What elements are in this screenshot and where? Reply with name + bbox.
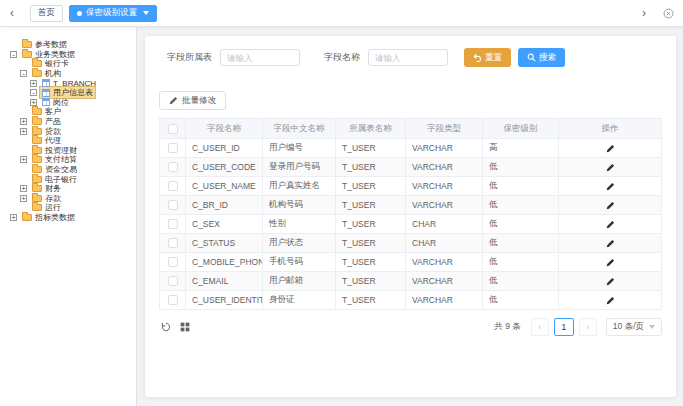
open-tabs: 首页 保密级别设置 (24, 5, 632, 22)
field-name-input[interactable] (368, 49, 448, 66)
expand-icon[interactable]: + (20, 195, 27, 202)
cell-field-cn-name: 用户状态 (263, 234, 336, 253)
folder-icon (32, 147, 42, 154)
edit-row-button[interactable] (606, 220, 615, 229)
table-icon (42, 89, 50, 97)
pencil-icon (169, 96, 178, 105)
edit-row-button[interactable] (606, 277, 615, 286)
tree-node-deposit[interactable]: +存款 (0, 194, 136, 204)
refresh-icon[interactable] (161, 322, 171, 332)
table-row: C_BR_ID机构号码T_USERVARCHAR低 (160, 196, 662, 215)
search-button[interactable]: 搜索 (518, 48, 565, 67)
edit-row-button[interactable] (606, 201, 615, 210)
folder-icon (32, 195, 42, 202)
tree-node-indicator-data[interactable]: +指标类数据 (0, 213, 136, 223)
cell-field-type: VARCHAR (406, 253, 483, 272)
tab-home-label: 首页 (38, 7, 55, 19)
folder-icon (32, 118, 42, 125)
folder-icon (32, 70, 42, 77)
row-checkbox[interactable] (168, 181, 178, 191)
edit-row-button[interactable] (606, 239, 615, 248)
prev-page-button[interactable]: ‹ (531, 318, 549, 336)
collapse-icon[interactable]: - (30, 89, 37, 96)
cell-security-level: 低 (483, 253, 559, 272)
cell-field-cn-name: 用户邮箱 (263, 272, 336, 291)
edit-row-button[interactable] (606, 163, 615, 172)
tab-home[interactable]: 首页 (30, 5, 63, 22)
column-settings-icon[interactable] (180, 322, 190, 332)
select-all-checkbox[interactable] (168, 124, 178, 134)
reset-button[interactable]: 重置 (464, 48, 511, 67)
pencil-icon (606, 239, 615, 248)
folder-icon (32, 128, 42, 135)
tree-node-bank-card[interactable]: 银行卡 (0, 59, 136, 69)
field-name-label: 字段名称 (324, 51, 360, 64)
folder-icon (22, 214, 32, 221)
cell-field-cn-name: 手机号码 (263, 253, 336, 272)
collapse-icon[interactable]: - (10, 51, 17, 58)
expand-icon[interactable]: + (30, 99, 37, 106)
chevron-down-icon (649, 325, 655, 329)
tabs-scroll-left-icon[interactable]: ‹ (0, 6, 24, 20)
tree-node-position[interactable]: +岗位 (0, 98, 136, 108)
pencil-icon (606, 258, 615, 267)
tree-node-finance[interactable]: +财务 (0, 184, 136, 194)
field-table-input[interactable] (220, 49, 300, 66)
tree-node-product[interactable]: +产品 (0, 117, 136, 127)
close-all-tabs-icon[interactable] (663, 8, 674, 19)
tree-node-loan[interactable]: +贷款 (0, 126, 136, 136)
page-size-select[interactable]: 10 条/页 (606, 318, 662, 336)
row-checkbox[interactable] (168, 219, 178, 229)
table-icon (42, 98, 50, 106)
row-checkbox[interactable] (168, 257, 178, 267)
tree-node-customer[interactable]: 客户 (0, 107, 136, 117)
cell-field-name: C_STATUS (186, 234, 263, 253)
tree-node-label: 指标类数据 (35, 212, 75, 223)
next-page-button[interactable]: › (579, 318, 597, 336)
row-checkbox[interactable] (168, 162, 178, 172)
footer-icons (161, 322, 190, 332)
cell-owner-table: T_USER (336, 177, 406, 196)
edit-row-button[interactable] (606, 182, 615, 191)
active-tab-dot-icon (77, 11, 82, 16)
collapse-icon[interactable]: - (20, 70, 27, 77)
expand-icon[interactable]: + (30, 80, 37, 87)
col-owner-table: 所属表名称 (336, 119, 406, 139)
tabs-scroll-right-icon[interactable]: › (632, 6, 656, 20)
edit-row-button[interactable] (606, 258, 615, 267)
pencil-icon (606, 182, 615, 191)
cell-field-type: VARCHAR (406, 158, 483, 177)
row-checkbox[interactable] (168, 238, 178, 248)
cell-security-level: 低 (483, 291, 559, 310)
chevron-down-icon[interactable] (143, 11, 149, 15)
row-checkbox[interactable] (168, 276, 178, 286)
undo-icon (473, 53, 482, 62)
row-checkbox[interactable] (168, 200, 178, 210)
cell-security-level: 低 (483, 215, 559, 234)
expand-icon[interactable]: + (20, 156, 27, 163)
expand-icon[interactable]: + (20, 185, 27, 192)
cell-field-type: VARCHAR (406, 196, 483, 215)
col-field-name: 字段名称 (186, 119, 263, 139)
tree-node-organization[interactable]: -机构 (0, 69, 136, 79)
expand-icon[interactable]: + (20, 128, 27, 135)
folder-icon (32, 176, 42, 183)
page-size-label: 10 条/页 (613, 321, 644, 333)
tree-node-body: 机构 (30, 68, 63, 79)
cell-field-name: C_USER_ID (186, 139, 263, 158)
tree-node-e-banking[interactable]: 电子银行 (0, 174, 136, 184)
row-checkbox[interactable] (168, 143, 178, 153)
current-page-button[interactable]: 1 (554, 318, 574, 336)
tree-node-label: 机构 (45, 68, 61, 79)
cell-security-level: 高 (483, 139, 559, 158)
batch-edit-button[interactable]: 批量修改 (159, 91, 226, 110)
cell-field-type: CHAR (406, 215, 483, 234)
cell-field-type: VARCHAR (406, 291, 483, 310)
tab-security-level-settings[interactable]: 保密级别设置 (69, 5, 157, 22)
edit-row-button[interactable] (606, 296, 615, 305)
edit-row-button[interactable] (606, 144, 615, 153)
expand-icon[interactable]: + (10, 214, 17, 221)
table-row: C_SEX性别T_USERCHAR低 (160, 215, 662, 234)
expand-icon[interactable]: + (20, 118, 27, 125)
row-checkbox[interactable] (168, 295, 178, 305)
